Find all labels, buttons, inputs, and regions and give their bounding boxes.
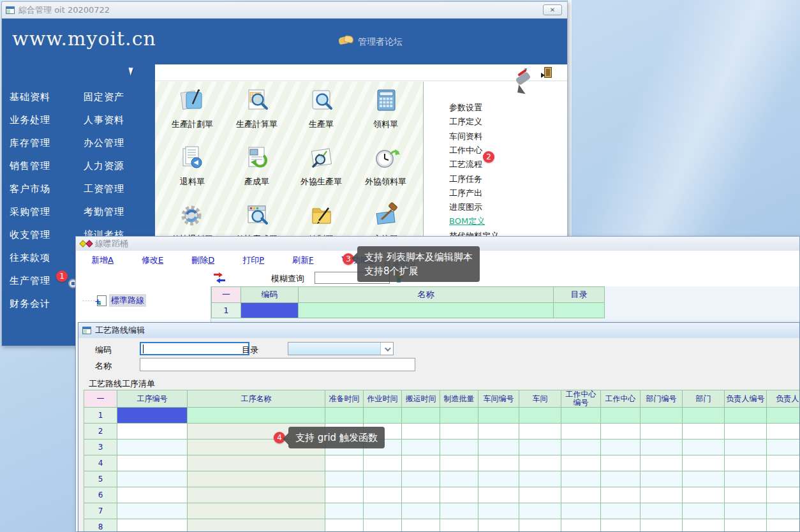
operation-grid-cell[interactable]: [683, 424, 725, 440]
operation-grid-cell[interactable]: [440, 424, 478, 440]
operation-grid-cell[interactable]: [725, 424, 767, 440]
row-number-cell[interactable]: 7: [84, 503, 117, 519]
operation-col-header[interactable]: 负责人编号: [725, 390, 767, 408]
operation-grid-cell[interactable]: [683, 519, 725, 532]
operation-grid-cell[interactable]: [725, 408, 767, 424]
forum-link[interactable]: 管理者论坛: [358, 36, 403, 48]
sidebar-item-9[interactable]: 生产管理: [10, 275, 50, 287]
sidebar-item-4[interactable]: 销售管理: [10, 160, 50, 172]
routes-col-header[interactable]: 编码: [241, 287, 299, 303]
operation-grid-cell[interactable]: [402, 503, 440, 519]
operation-grid-cell[interactable]: [402, 471, 440, 487]
operation-grid-cell[interactable]: [325, 503, 364, 519]
row-number-cell[interactable]: 1: [212, 303, 241, 318]
operation-grid-cell[interactable]: [117, 455, 188, 471]
sidebar-item-col2-4[interactable]: 人力资源: [84, 160, 124, 172]
right-menu-item-9[interactable]: BOM定义: [449, 216, 485, 227]
operation-col-header[interactable]: 部门: [683, 390, 725, 408]
directory-combobox[interactable]: [288, 342, 394, 355]
operation-grid-cell[interactable]: [561, 471, 601, 487]
sidebar-item-7[interactable]: 收支管理: [10, 229, 50, 241]
operation-grid-cell[interactable]: [188, 487, 325, 503]
operation-grid-cell[interactable]: [767, 503, 800, 519]
right-menu-item-3[interactable]: 车间资料: [449, 131, 482, 142]
operation-grid-cell[interactable]: [767, 471, 800, 487]
operation-grid-cell[interactable]: [478, 455, 519, 471]
routes-col-header[interactable]: 名称: [299, 287, 554, 303]
app-icon-calc-search[interactable]: 生產計算單: [225, 87, 289, 138]
operation-grid-cell[interactable]: [440, 519, 478, 532]
row-number-cell[interactable]: 5: [84, 471, 117, 487]
operation-grid-cell[interactable]: [117, 503, 188, 519]
operation-grid-cell[interactable]: [117, 408, 188, 424]
operation-grid-cell[interactable]: [364, 455, 402, 471]
operation-grid-cell[interactable]: [117, 519, 188, 532]
operation-grid-cell[interactable]: [519, 440, 561, 455]
operation-grid-cell[interactable]: [364, 408, 402, 424]
operation-grid-cell[interactable]: [519, 487, 561, 503]
operation-grid-cell[interactable]: [478, 424, 519, 440]
row-number-cell[interactable]: 1: [84, 408, 117, 424]
operation-grid-cell[interactable]: [767, 424, 800, 440]
app-icon-clock-arrow[interactable]: 外協領料單: [353, 144, 418, 195]
sidebar-item-2[interactable]: 业务处理: [10, 114, 50, 126]
operation-col-header[interactable]: 搬运时间: [402, 390, 440, 408]
operation-grid-cell[interactable]: [683, 471, 725, 487]
operation-grid-cell[interactable]: [325, 455, 364, 471]
operation-col-header[interactable]: 作业时间: [364, 390, 402, 408]
row-number-cell[interactable]: 8: [84, 519, 117, 532]
operation-grid-cell[interactable]: [402, 408, 440, 424]
operation-grid-cell[interactable]: [601, 519, 641, 532]
edit-window-titlebar[interactable]: 工艺路线编辑: [78, 323, 799, 338]
operation-grid-cell[interactable]: [561, 424, 601, 440]
operation-col-header[interactable]: 准备时间: [325, 390, 364, 408]
operation-grid-cell[interactable]: [725, 471, 767, 487]
tools-icon[interactable]: ✕: [516, 68, 528, 78]
app-icon-calculator[interactable]: 領料單: [353, 87, 418, 138]
operation-grid-cell[interactable]: [188, 408, 325, 424]
operation-grid-cell[interactable]: [519, 519, 561, 532]
operation-grid-cell[interactable]: [188, 503, 325, 519]
operation-grid-cell[interactable]: [725, 440, 767, 455]
app-icon-return-list[interactable]: 退料單: [160, 144, 225, 195]
operation-grid-cell[interactable]: [767, 408, 800, 424]
operation-col-header[interactable]: 车间: [519, 390, 561, 408]
operation-grid-cell[interactable]: [601, 455, 641, 471]
sidebar-item-1[interactable]: 基础资料: [10, 91, 50, 103]
operation-col-header[interactable]: 工序名称: [188, 390, 325, 408]
operation-grid-cell[interactable]: [683, 455, 725, 471]
operation-grid-cell[interactable]: [683, 487, 725, 503]
right-menu-item-5[interactable]: 工艺流程: [449, 159, 482, 170]
operation-col-header[interactable]: 工作中心: [601, 390, 641, 408]
sidebar-item-8[interactable]: 往来款项: [10, 252, 50, 264]
operation-grid-cell[interactable]: [440, 487, 478, 503]
sidebar-item-col2-3[interactable]: 办公管理: [84, 137, 124, 149]
operation-grid-cell[interactable]: [561, 503, 601, 519]
routes-grid-cell[interactable]: [554, 303, 605, 318]
operation-grid-cell[interactable]: [601, 408, 641, 424]
code-input[interactable]: [140, 342, 249, 355]
toolbar-item-delete[interactable]: 刪除D: [191, 255, 214, 266]
operation-grid-cell[interactable]: [440, 440, 478, 455]
operation-grid-cell[interactable]: [767, 455, 800, 471]
operation-grid-cell[interactable]: [364, 503, 402, 519]
app-icon-product-doc[interactable]: 產成單: [225, 144, 289, 195]
operation-grid-cell[interactable]: [325, 487, 364, 503]
operation-col-header[interactable]: 部门编号: [641, 390, 683, 408]
operation-grid-cell[interactable]: [641, 455, 683, 471]
operation-grid-cell[interactable]: [440, 471, 478, 487]
operation-grid-cell[interactable]: [561, 408, 601, 424]
operation-grid-cell[interactable]: [478, 503, 519, 519]
sidebar-item-10[interactable]: 财务会计: [10, 298, 50, 310]
swap-arrows-icon[interactable]: [214, 273, 225, 282]
operation-grid-cell[interactable]: [117, 440, 188, 455]
operation-grid-cell[interactable]: [601, 487, 641, 503]
right-menu-item-4[interactable]: 工作中心: [449, 145, 482, 156]
operation-grid-cell[interactable]: [364, 519, 402, 532]
operation-col-header[interactable]: 一: [84, 390, 117, 408]
operation-grid-cell[interactable]: [561, 487, 601, 503]
operation-grid-cell[interactable]: [601, 503, 641, 519]
operation-grid-cell[interactable]: [519, 408, 561, 424]
app-icon-map-search[interactable]: 外協生產單: [289, 144, 353, 195]
routes-col-header[interactable]: 一: [212, 287, 241, 303]
